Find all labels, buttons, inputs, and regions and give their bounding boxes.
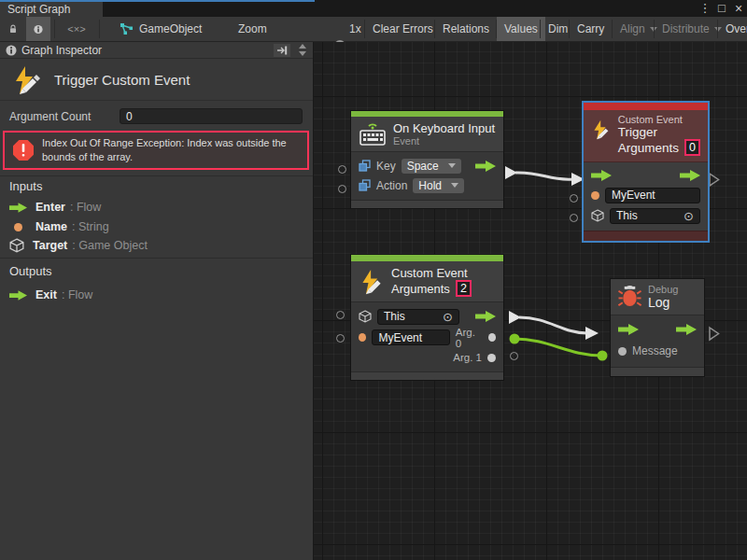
caret-down-icon [448,163,456,168]
key-dropdown[interactable]: Space [402,159,461,174]
string-port-icon [359,333,366,342]
port-row-target: Target : Game Object [9,237,148,254]
custom-event-icon [359,269,385,295]
dock-button[interactable] [274,44,290,57]
input-port[interactable] [336,311,345,319]
keyboard-event-icon [359,121,387,147]
maximize-icon[interactable]: □ [713,0,730,17]
node-footer [584,231,708,241]
gameobject-reference[interactable]: GameObject [112,17,209,41]
node-title: Trigger [618,125,700,139]
unit-title-block: Trigger Custom Event [0,59,313,101]
info-icon [6,45,17,56]
outputs-header: Outputs [9,264,52,278]
flow-continue-handle[interactable] [708,172,721,188]
graph-canvas[interactable]: On Keyboard Input Event Key Space [314,42,747,560]
arguments-label: Arguments [391,282,450,296]
tab-script-graph[interactable]: Script Graph [0,2,103,17]
arg0-label: Arg. 0 [456,327,483,349]
cube-icon [359,310,372,323]
object-picker-icon[interactable]: ⊙ [684,209,694,223]
arguments-value-highlight[interactable]: 0 [684,139,700,156]
error-icon [12,139,35,161]
enum-icon [359,179,371,191]
node-footer [351,200,503,208]
flow-input-port[interactable] [618,324,639,335]
relations-button[interactable]: Relations [435,17,497,41]
flow-output-port[interactable] [680,170,700,181]
script-graph-asset-icon [120,22,134,35]
node-caption: Debug [648,284,678,295]
input-port[interactable] [570,194,578,203]
message-input-port[interactable] [618,347,627,356]
lock-button[interactable] [2,17,24,41]
inspector-header: Graph Inspector [0,42,313,59]
flow-output-port[interactable] [475,311,496,322]
port-row-name: Name : String [9,218,109,235]
flow-output-port[interactable] [475,161,496,172]
unit-title: Trigger Custom Event [54,72,190,88]
node-title: Log [648,295,678,310]
input-port[interactable] [336,334,345,343]
node-on-keyboard-input[interactable]: On Keyboard Input Event Key Space [350,110,504,209]
flow-arrow-icon [9,203,27,213]
code-view-button[interactable]: <×> [58,17,95,41]
node-subtitle: Event [393,135,495,147]
action-row: Action Hold [359,175,496,195]
action-dropdown[interactable]: Hold [413,178,464,193]
arg0-output-port[interactable] [488,333,496,342]
flow-output-port[interactable] [676,324,697,335]
custom-event-icon [591,118,612,142]
scroll-up-button[interactable] [299,44,306,49]
object-picker-icon[interactable]: ⊙ [443,310,453,324]
key-label: Key [376,160,396,173]
cube-icon [9,238,24,253]
string-port-icon [14,223,22,231]
node-footer [351,371,503,380]
argument-count-input[interactable] [120,108,303,124]
node-trigger-custom-event[interactable]: Custom Event Trigger Arguments 0 MyEvent [582,101,710,243]
inputs-header: Inputs [9,179,42,193]
cube-icon [591,209,604,222]
values-button[interactable]: Values [497,17,545,41]
message-label: Message [632,344,678,357]
node-title: On Keyboard Input [393,121,495,135]
input-port[interactable] [338,165,346,174]
node-footer [611,367,704,376]
event-name-field[interactable]: MyEvent [605,188,700,203]
zoom-label: Zoom [231,17,275,41]
info-icon [34,23,43,35]
error-color-bar [584,103,708,110]
port-row-enter: Enter : Flow [9,199,101,216]
output-port[interactable] [510,352,518,360]
clear-errors-button[interactable]: Clear Errors [365,17,441,41]
overview-button[interactable]: Overv [718,17,747,41]
zoom-value: 1x [347,17,363,41]
input-port[interactable] [570,214,578,222]
enum-icon [359,160,371,172]
window-menu-icon[interactable]: ⋮ [697,0,713,17]
lock-icon [9,22,17,35]
event-color-bar [351,255,503,261]
close-icon[interactable]: × [730,0,747,17]
scroll-down-button[interactable] [299,51,306,56]
target-field[interactable]: This ⊙ [377,309,459,325]
event-name-field[interactable]: MyEvent [372,329,449,345]
inspector-header-title: Graph Inspector [21,44,102,57]
info-button[interactable] [26,17,50,41]
arguments-value-highlight[interactable]: 2 [456,280,472,297]
input-port[interactable] [338,185,346,193]
key-row: Key Space [359,156,496,175]
flow-continue-handle[interactable] [708,326,721,342]
flow-input-port[interactable] [591,170,612,181]
carry-button[interactable]: Carry [570,17,612,41]
arg1-label: Arg. 1 [453,352,482,363]
error-box: Index Out Of Range Exception: Index was … [3,131,309,170]
arg1-output-port[interactable] [487,354,496,362]
tab-bar: Script Graph ⋮ □ × [0,0,747,17]
graph-inspector-panel: Graph Inspector Trigger Custom Event Arg… [0,42,314,560]
node-custom-event[interactable]: Custom Event Arguments 2 This ⊙ [350,254,504,381]
target-field[interactable]: This ⊙ [610,208,700,224]
scroll-arrows [296,42,309,59]
node-debug-log[interactable]: Debug Log Message [610,278,705,377]
